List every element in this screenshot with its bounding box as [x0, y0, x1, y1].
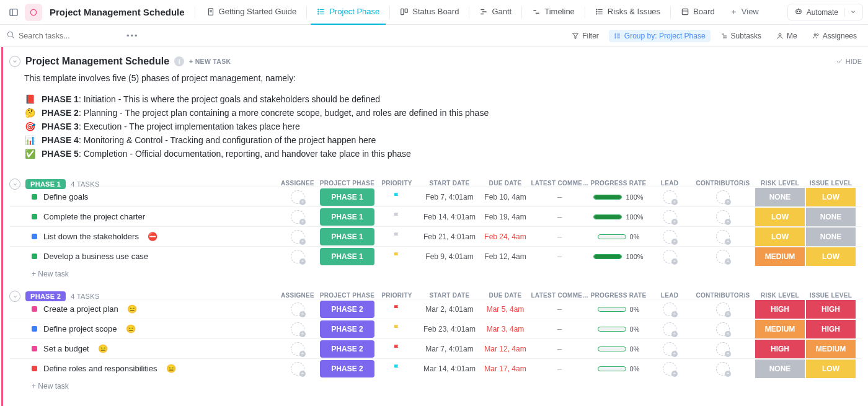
assignee-placeholder-icon[interactable]: [291, 322, 304, 336]
start-date[interactable]: Mar 14, 4:01am: [423, 364, 476, 373]
assignee-placeholder-icon[interactable]: [663, 362, 676, 376]
issue-level-pill[interactable]: LOW: [806, 247, 856, 266]
priority-flag-icon[interactable]: [392, 324, 401, 334]
assignee-placeholder-icon[interactable]: [716, 190, 730, 204]
phase-pill[interactable]: PHASE 1: [320, 228, 374, 245]
start-date[interactable]: Feb 23, 4:01am: [423, 325, 476, 333]
assignee-placeholder-icon[interactable]: [716, 302, 730, 316]
due-date[interactable]: Feb 12, 4am: [484, 252, 526, 261]
priority-flag-icon[interactable]: [392, 304, 401, 314]
risk-level-pill[interactable]: LOW: [755, 208, 805, 226]
assignee-placeholder-icon[interactable]: [291, 190, 304, 204]
task-row[interactable]: Define goals PHASE 1 Feb 7, 4:01am Feb 1…: [9, 187, 862, 206]
assignee-placeholder-icon[interactable]: [291, 342, 304, 356]
task-row[interactable]: Develop a business use case PHASE 1 Feb …: [9, 246, 862, 266]
phase-pill[interactable]: PHASE 1: [320, 248, 374, 265]
group-collapse-button[interactable]: [9, 179, 20, 190]
chevron-down-icon[interactable]: [844, 8, 856, 17]
due-date[interactable]: Mar 5, 4am: [487, 305, 525, 314]
assignee-placeholder-icon[interactable]: [663, 302, 676, 316]
task-row[interactable]: Define roles and responsibilities 😑 PHAS…: [9, 358, 862, 378]
priority-flag-icon[interactable]: [392, 192, 401, 202]
phase-pill[interactable]: PHASE 2: [320, 320, 374, 338]
start-date[interactable]: Feb 9, 4:01am: [425, 252, 473, 261]
issue-level-pill[interactable]: LOW: [806, 188, 856, 206]
search-input[interactable]: [19, 32, 99, 40]
group-collapse-button[interactable]: [9, 291, 20, 302]
due-date[interactable]: Mar 17, 4am: [484, 364, 526, 373]
risk-level-pill[interactable]: LOW: [755, 227, 805, 246]
progress-bar[interactable]: 100%: [593, 193, 643, 201]
progress-bar[interactable]: 100%: [593, 253, 643, 260]
tab-timeline[interactable]: Timeline: [526, 0, 581, 25]
new-task-button[interactable]: + New task: [9, 266, 862, 282]
assignee-placeholder-icon[interactable]: [291, 302, 304, 316]
start-date[interactable]: Mar 2, 4:01am: [425, 305, 473, 314]
risk-level-pill[interactable]: MEDIUM: [755, 247, 805, 266]
tab-status-board[interactable]: Status Board: [394, 0, 465, 25]
new-task-button[interactable]: + New task: [9, 378, 862, 394]
phase-pill[interactable]: PHASE 1: [320, 188, 374, 206]
task-row[interactable]: Set a budget 😑 PHASE 2 Mar 7, 4:01am Mar…: [9, 338, 862, 358]
assignee-placeholder-icon[interactable]: [663, 322, 676, 336]
due-date[interactable]: Mar 12, 4am: [484, 345, 526, 353]
issue-level-pill[interactable]: MEDIUM: [806, 340, 856, 358]
assignee-placeholder-icon[interactable]: [291, 210, 304, 224]
project-color-icon[interactable]: [25, 4, 42, 21]
task-row[interactable]: Define project scope 😑 PHASE 2 Feb 23, 4…: [9, 319, 862, 338]
issue-level-pill[interactable]: LOW: [806, 360, 856, 378]
priority-flag-icon[interactable]: [392, 211, 401, 222]
due-date[interactable]: Mar 3, 4am: [487, 325, 525, 333]
progress-bar[interactable]: 0%: [598, 345, 640, 353]
task-row[interactable]: Create a project plan 😑 PHASE 2 Mar 2, 4…: [9, 299, 862, 319]
sidebar-toggle-icon[interactable]: [5, 4, 22, 21]
info-icon[interactable]: i: [174, 56, 184, 66]
task-row[interactable]: Complete the project charter PHASE 1 Feb…: [9, 206, 862, 226]
priority-flag-icon[interactable]: [392, 231, 401, 242]
risk-level-pill[interactable]: HIGH: [755, 300, 805, 319]
progress-bar[interactable]: 100%: [593, 213, 643, 221]
start-date[interactable]: Mar 7, 4:01am: [425, 345, 473, 353]
issue-level-pill[interactable]: HIGH: [806, 320, 856, 338]
progress-bar[interactable]: 0%: [598, 306, 640, 313]
progress-bar[interactable]: 0%: [598, 233, 640, 241]
issue-level-pill[interactable]: NONE: [806, 208, 856, 226]
assignee-placeholder-icon[interactable]: [663, 250, 676, 263]
progress-bar[interactable]: 0%: [598, 325, 640, 333]
tab-project-phase[interactable]: Project Phase: [311, 0, 386, 25]
priority-flag-icon[interactable]: [392, 343, 401, 354]
assignee-placeholder-icon[interactable]: [716, 322, 730, 336]
assignee-placeholder-icon[interactable]: [716, 362, 730, 376]
due-date[interactable]: Feb 10, 4am: [484, 193, 526, 201]
assignee-placeholder-icon[interactable]: [716, 342, 730, 356]
group-by-button[interactable]: Group by: Project Phase: [609, 30, 711, 42]
risk-level-pill[interactable]: HIGH: [755, 340, 805, 358]
filter-button[interactable]: Filter: [567, 30, 604, 42]
assignee-placeholder-icon[interactable]: [291, 362, 304, 376]
assignee-placeholder-icon[interactable]: [663, 342, 676, 356]
assignee-placeholder-icon[interactable]: [291, 250, 304, 263]
phase-pill[interactable]: PHASE 2: [320, 340, 374, 358]
more-options-icon[interactable]: •••: [123, 31, 143, 40]
due-date[interactable]: Feb 19, 4am: [484, 213, 526, 221]
task-row[interactable]: List down the stakeholders ⛔ PHASE 1 Feb…: [9, 226, 862, 246]
risk-level-pill[interactable]: MEDIUM: [755, 320, 805, 338]
assignee-placeholder-icon[interactable]: [716, 230, 730, 244]
risk-level-pill[interactable]: NONE: [755, 360, 805, 378]
assignee-placeholder-icon[interactable]: [716, 210, 730, 224]
tab-risks-issues[interactable]: Risks & Issues: [589, 0, 666, 25]
issue-level-pill[interactable]: HIGH: [806, 300, 856, 319]
phase-pill[interactable]: PHASE 1: [320, 208, 374, 226]
assignee-placeholder-icon[interactable]: [663, 230, 676, 244]
start-date[interactable]: Feb 7, 4:01am: [425, 193, 473, 201]
subtasks-button[interactable]: Subtasks: [715, 30, 766, 42]
tab-gantt[interactable]: Gantt: [473, 0, 518, 25]
assignee-placeholder-icon[interactable]: [716, 250, 730, 263]
me-button[interactable]: Me: [771, 30, 802, 42]
priority-flag-icon[interactable]: [392, 363, 401, 374]
new-task-header-button[interactable]: + NEW TASK: [189, 58, 231, 65]
issue-level-pill[interactable]: NONE: [806, 227, 856, 246]
phase-pill[interactable]: PHASE 2: [320, 360, 374, 377]
tab-getting-started-guide[interactable]: Getting Started Guide: [200, 0, 303, 25]
collapse-all-button[interactable]: [9, 56, 20, 67]
